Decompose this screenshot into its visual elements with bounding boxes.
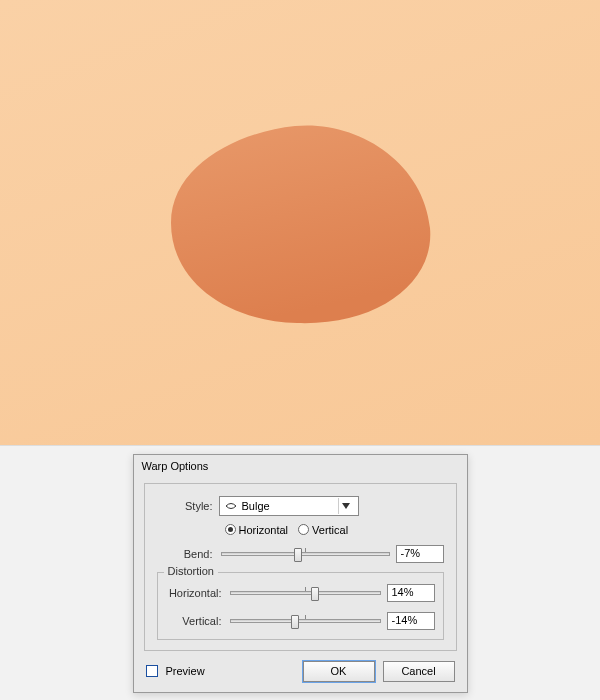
style-value: Bulge xyxy=(238,500,338,512)
dist-v-slider[interactable] xyxy=(230,619,381,623)
bulge-icon xyxy=(224,499,238,513)
style-label: Style: xyxy=(157,500,219,512)
distortion-legend: Distortion xyxy=(164,565,218,577)
dist-v-label: Vertical: xyxy=(166,615,228,627)
slider-thumb[interactable] xyxy=(291,615,299,629)
radio-icon xyxy=(298,524,309,535)
dialog-title: Warp Options xyxy=(134,455,467,477)
orientation-horizontal-radio[interactable]: Horizontal xyxy=(225,524,289,536)
orientation-horizontal-label: Horizontal xyxy=(239,524,289,536)
dist-h-slider[interactable] xyxy=(230,591,381,595)
warp-options-dialog: Warp Options Style: Bulge Horizontal xyxy=(133,454,468,693)
bend-value-input[interactable]: -7% xyxy=(396,545,444,563)
distortion-group: Distortion Horizontal: 14% Vertical: xyxy=(157,572,444,640)
preview-label: Preview xyxy=(166,665,205,677)
bend-slider[interactable] xyxy=(221,552,390,556)
dialog-backdrop: Warp Options Style: Bulge Horizontal xyxy=(0,446,600,700)
slider-thumb[interactable] xyxy=(311,587,319,601)
ok-button[interactable]: OK xyxy=(303,661,375,682)
dist-h-label: Horizontal: xyxy=(166,587,228,599)
warped-shape xyxy=(165,118,435,328)
preview-checkbox[interactable] xyxy=(146,665,158,677)
style-dropdown[interactable]: Bulge xyxy=(219,496,359,516)
chevron-down-icon xyxy=(338,498,354,514)
slider-thumb[interactable] xyxy=(294,548,302,562)
canvas-preview xyxy=(0,0,600,446)
bend-label: Bend: xyxy=(157,548,219,560)
dist-v-value-input[interactable]: -14% xyxy=(387,612,435,630)
cancel-button[interactable]: Cancel xyxy=(383,661,455,682)
dialog-body: Style: Bulge Horizontal xyxy=(144,483,457,651)
orientation-vertical-label: Vertical xyxy=(312,524,348,536)
dist-h-value-input[interactable]: 14% xyxy=(387,584,435,602)
radio-icon xyxy=(225,524,236,535)
orientation-vertical-radio[interactable]: Vertical xyxy=(298,524,348,536)
